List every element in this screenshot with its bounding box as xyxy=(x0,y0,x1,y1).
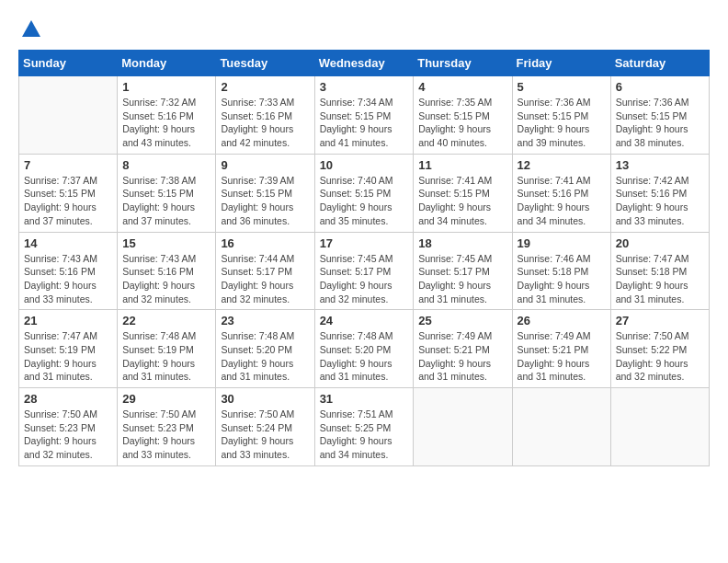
calendar-cell: 25Sunrise: 7:49 AMSunset: 5:21 PMDayligh… xyxy=(414,310,512,388)
day-number: 31 xyxy=(320,392,409,406)
calendar-cell: 27Sunrise: 7:50 AMSunset: 5:22 PMDayligh… xyxy=(610,310,709,388)
calendar-cell: 15Sunrise: 7:43 AMSunset: 5:16 PMDayligh… xyxy=(118,232,216,310)
day-number: 7 xyxy=(24,158,112,172)
day-number: 10 xyxy=(320,158,409,172)
calendar-table: SundayMondayTuesdayWednesdayThursdayFrid… xyxy=(18,50,710,466)
day-number: 29 xyxy=(122,392,210,406)
day-info: Sunrise: 7:32 AMSunset: 5:16 PMDaylight:… xyxy=(122,96,210,150)
day-info: Sunrise: 7:40 AMSunset: 5:15 PMDaylight:… xyxy=(320,174,409,228)
weekday-monday: Monday xyxy=(118,51,216,76)
weekday-tuesday: Tuesday xyxy=(216,51,314,76)
day-info: Sunrise: 7:47 AMSunset: 5:18 PMDaylight:… xyxy=(616,252,704,306)
day-number: 28 xyxy=(24,392,112,406)
day-number: 15 xyxy=(122,236,210,250)
calendar-cell: 10Sunrise: 7:40 AMSunset: 5:15 PMDayligh… xyxy=(314,154,414,232)
calendar-cell: 22Sunrise: 7:48 AMSunset: 5:19 PMDayligh… xyxy=(118,310,216,388)
day-info: Sunrise: 7:39 AMSunset: 5:15 PMDaylight:… xyxy=(221,174,309,228)
weekday-friday: Friday xyxy=(512,51,610,76)
calendar-cell: 6Sunrise: 7:36 AMSunset: 5:15 PMDaylight… xyxy=(610,76,709,155)
calendar-cell: 24Sunrise: 7:48 AMSunset: 5:20 PMDayligh… xyxy=(314,310,414,388)
day-info: Sunrise: 7:46 AMSunset: 5:18 PMDaylight:… xyxy=(518,252,606,306)
day-number: 30 xyxy=(221,392,309,406)
day-number: 13 xyxy=(616,158,704,172)
day-number: 22 xyxy=(122,314,210,327)
day-info: Sunrise: 7:50 AMSunset: 5:23 PMDaylight:… xyxy=(24,408,112,462)
day-info: Sunrise: 7:35 AMSunset: 5:15 PMDaylight:… xyxy=(418,96,506,150)
day-info: Sunrise: 7:43 AMSunset: 5:16 PMDaylight:… xyxy=(122,252,210,306)
day-info: Sunrise: 7:37 AMSunset: 5:15 PMDaylight:… xyxy=(24,174,112,228)
logo xyxy=(18,18,42,40)
page-container: SundayMondayTuesdayWednesdayThursdayFrid… xyxy=(0,0,728,476)
calendar-cell: 9Sunrise: 7:39 AMSunset: 5:15 PMDaylight… xyxy=(216,154,314,232)
calendar-cell xyxy=(414,388,512,466)
calendar-cell: 13Sunrise: 7:42 AMSunset: 5:16 PMDayligh… xyxy=(610,154,709,232)
day-number: 6 xyxy=(616,80,704,94)
day-info: Sunrise: 7:49 AMSunset: 5:21 PMDaylight:… xyxy=(518,329,606,384)
calendar-cell: 21Sunrise: 7:47 AMSunset: 5:19 PMDayligh… xyxy=(19,310,118,388)
calendar-cell: 14Sunrise: 7:43 AMSunset: 5:16 PMDayligh… xyxy=(19,232,118,310)
day-info: Sunrise: 7:47 AMSunset: 5:19 PMDaylight:… xyxy=(24,329,112,384)
calendar-cell: 29Sunrise: 7:50 AMSunset: 5:23 PMDayligh… xyxy=(118,388,216,466)
calendar-week-4: 21Sunrise: 7:47 AMSunset: 5:19 PMDayligh… xyxy=(19,310,710,388)
svg-marker-0 xyxy=(22,20,40,37)
day-number: 20 xyxy=(616,236,704,250)
day-number: 27 xyxy=(616,314,704,327)
logo-icon xyxy=(20,18,42,40)
day-number: 23 xyxy=(221,314,309,327)
day-info: Sunrise: 7:36 AMSunset: 5:15 PMDaylight:… xyxy=(616,96,704,150)
day-info: Sunrise: 7:48 AMSunset: 5:20 PMDaylight:… xyxy=(320,329,409,384)
calendar-week-5: 28Sunrise: 7:50 AMSunset: 5:23 PMDayligh… xyxy=(19,388,710,466)
day-info: Sunrise: 7:34 AMSunset: 5:15 PMDaylight:… xyxy=(320,96,409,150)
calendar-cell: 11Sunrise: 7:41 AMSunset: 5:15 PMDayligh… xyxy=(414,154,512,232)
day-number: 25 xyxy=(418,314,506,327)
day-info: Sunrise: 7:45 AMSunset: 5:17 PMDaylight:… xyxy=(320,252,409,306)
calendar-cell: 16Sunrise: 7:44 AMSunset: 5:17 PMDayligh… xyxy=(216,232,314,310)
calendar-cell: 23Sunrise: 7:48 AMSunset: 5:20 PMDayligh… xyxy=(216,310,314,388)
day-info: Sunrise: 7:48 AMSunset: 5:19 PMDaylight:… xyxy=(122,329,210,384)
calendar-cell xyxy=(19,76,118,155)
day-info: Sunrise: 7:51 AMSunset: 5:25 PMDaylight:… xyxy=(320,408,409,462)
calendar-cell: 28Sunrise: 7:50 AMSunset: 5:23 PMDayligh… xyxy=(19,388,118,466)
calendar-cell: 8Sunrise: 7:38 AMSunset: 5:15 PMDaylight… xyxy=(118,154,216,232)
weekday-thursday: Thursday xyxy=(414,51,512,76)
day-info: Sunrise: 7:44 AMSunset: 5:17 PMDaylight:… xyxy=(221,252,309,306)
day-number: 14 xyxy=(24,236,112,250)
day-info: Sunrise: 7:41 AMSunset: 5:15 PMDaylight:… xyxy=(418,174,506,228)
calendar-week-2: 7Sunrise: 7:37 AMSunset: 5:15 PMDaylight… xyxy=(19,154,710,232)
day-number: 19 xyxy=(518,236,606,250)
calendar-cell: 5Sunrise: 7:36 AMSunset: 5:15 PMDaylight… xyxy=(512,76,610,155)
calendar-cell: 26Sunrise: 7:49 AMSunset: 5:21 PMDayligh… xyxy=(512,310,610,388)
day-number: 8 xyxy=(122,158,210,172)
day-number: 18 xyxy=(418,236,506,250)
day-number: 4 xyxy=(418,80,506,94)
calendar-cell: 30Sunrise: 7:50 AMSunset: 5:24 PMDayligh… xyxy=(216,388,314,466)
day-info: Sunrise: 7:36 AMSunset: 5:15 PMDaylight:… xyxy=(518,96,606,150)
calendar-cell: 17Sunrise: 7:45 AMSunset: 5:17 PMDayligh… xyxy=(314,232,414,310)
day-number: 24 xyxy=(320,314,409,327)
calendar-week-3: 14Sunrise: 7:43 AMSunset: 5:16 PMDayligh… xyxy=(19,232,710,310)
calendar-cell: 2Sunrise: 7:33 AMSunset: 5:16 PMDaylight… xyxy=(216,76,314,155)
day-info: Sunrise: 7:33 AMSunset: 5:16 PMDaylight:… xyxy=(221,96,309,150)
day-info: Sunrise: 7:50 AMSunset: 5:23 PMDaylight:… xyxy=(122,408,210,462)
calendar-cell: 19Sunrise: 7:46 AMSunset: 5:18 PMDayligh… xyxy=(512,232,610,310)
calendar-cell: 4Sunrise: 7:35 AMSunset: 5:15 PMDaylight… xyxy=(414,76,512,155)
day-info: Sunrise: 7:45 AMSunset: 5:17 PMDaylight:… xyxy=(418,252,506,306)
weekday-saturday: Saturday xyxy=(610,51,709,76)
day-info: Sunrise: 7:48 AMSunset: 5:20 PMDaylight:… xyxy=(221,329,309,384)
calendar-cell xyxy=(610,388,709,466)
weekday-sunday: Sunday xyxy=(19,51,118,76)
calendar-cell: 1Sunrise: 7:32 AMSunset: 5:16 PMDaylight… xyxy=(118,76,216,155)
day-number: 1 xyxy=(122,80,210,94)
day-info: Sunrise: 7:50 AMSunset: 5:24 PMDaylight:… xyxy=(221,408,309,462)
day-number: 26 xyxy=(518,314,606,327)
day-number: 5 xyxy=(518,80,606,94)
day-number: 11 xyxy=(418,158,506,172)
header xyxy=(18,18,710,40)
calendar-cell: 31Sunrise: 7:51 AMSunset: 5:25 PMDayligh… xyxy=(314,388,414,466)
day-number: 17 xyxy=(320,236,409,250)
day-number: 2 xyxy=(221,80,309,94)
weekday-header-row: SundayMondayTuesdayWednesdayThursdayFrid… xyxy=(19,51,710,76)
day-info: Sunrise: 7:42 AMSunset: 5:16 PMDaylight:… xyxy=(616,174,704,228)
day-number: 9 xyxy=(221,158,309,172)
day-number: 3 xyxy=(320,80,409,94)
